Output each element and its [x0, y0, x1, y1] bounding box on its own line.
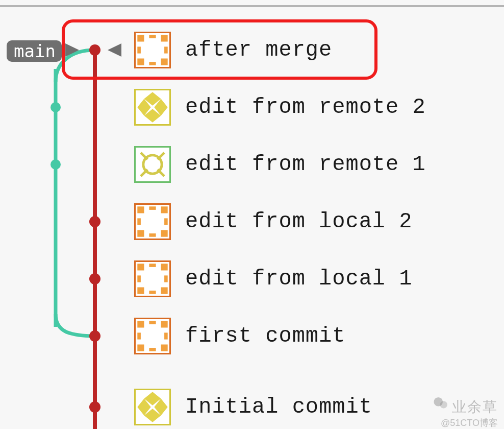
avatar-orange — [134, 318, 171, 354]
commit-row-remote-1[interactable]: edit from remote 1 — [134, 146, 426, 183]
svg-rect-39 — [137, 288, 144, 294]
svg-rect-15 — [161, 59, 168, 65]
svg-rect-48 — [137, 345, 144, 351]
svg-rect-34 — [137, 218, 141, 225]
commit-row-after-merge[interactable]: after merge — [134, 32, 332, 68]
svg-rect-30 — [137, 230, 144, 237]
commit-row-remote-2[interactable]: edit from remote 2 — [134, 89, 426, 126]
svg-rect-31 — [161, 230, 168, 237]
commit-message: Initial commit — [185, 395, 372, 419]
svg-rect-13 — [161, 35, 168, 41]
avatar-yellow — [134, 389, 171, 425]
avatar-orange — [134, 32, 171, 68]
svg-rect-35 — [164, 218, 168, 225]
branch-label-main[interactable]: main — [7, 40, 62, 62]
svg-rect-52 — [137, 332, 141, 339]
svg-rect-14 — [137, 59, 144, 65]
commit-row-local-1[interactable]: edit from local 1 — [134, 260, 412, 297]
commit-message: edit from local 1 — [185, 267, 412, 291]
avatar-orange — [134, 203, 171, 240]
commit-row-first-commit[interactable]: first commit — [134, 318, 345, 354]
avatar-green — [134, 146, 171, 183]
svg-rect-17 — [149, 62, 156, 65]
svg-rect-41 — [149, 264, 156, 267]
svg-point-5 — [51, 102, 61, 112]
commit-message: after merge — [185, 38, 332, 62]
commit-message: first commit — [185, 324, 345, 348]
svg-rect-43 — [137, 275, 141, 282]
avatar-orange — [134, 260, 171, 297]
svg-point-9 — [89, 330, 100, 342]
commit-message: edit from remote 2 — [185, 95, 426, 120]
svg-rect-46 — [137, 321, 144, 327]
commit-message: edit from local 2 — [185, 209, 412, 234]
git-graph-canvas: main after merge edit from remote 2 edit… — [0, 0, 504, 429]
svg-rect-51 — [149, 348, 156, 351]
svg-rect-25 — [136, 148, 169, 181]
svg-rect-12 — [137, 35, 144, 41]
svg-rect-38 — [161, 264, 168, 270]
svg-rect-32 — [149, 206, 156, 210]
commit-row-initial-commit[interactable]: Initial commit — [134, 389, 372, 425]
commit-message: edit from remote 1 — [185, 152, 426, 177]
svg-rect-53 — [164, 332, 168, 339]
svg-rect-33 — [149, 233, 156, 237]
svg-point-8 — [89, 273, 100, 284]
svg-rect-18 — [137, 46, 141, 53]
svg-rect-42 — [149, 291, 156, 294]
commit-row-local-2[interactable]: edit from local 2 — [134, 203, 412, 240]
svg-rect-40 — [161, 288, 168, 294]
svg-rect-44 — [164, 275, 168, 282]
svg-rect-16 — [149, 35, 156, 38]
svg-point-6 — [51, 159, 61, 170]
svg-rect-49 — [161, 345, 168, 351]
svg-rect-19 — [164, 46, 168, 53]
svg-rect-29 — [161, 206, 168, 213]
avatar-yellow — [134, 89, 171, 126]
svg-point-7 — [89, 216, 100, 227]
svg-rect-37 — [137, 264, 144, 270]
svg-rect-47 — [161, 321, 168, 327]
svg-rect-28 — [137, 206, 144, 213]
svg-rect-50 — [149, 321, 156, 324]
svg-point-10 — [89, 401, 100, 413]
